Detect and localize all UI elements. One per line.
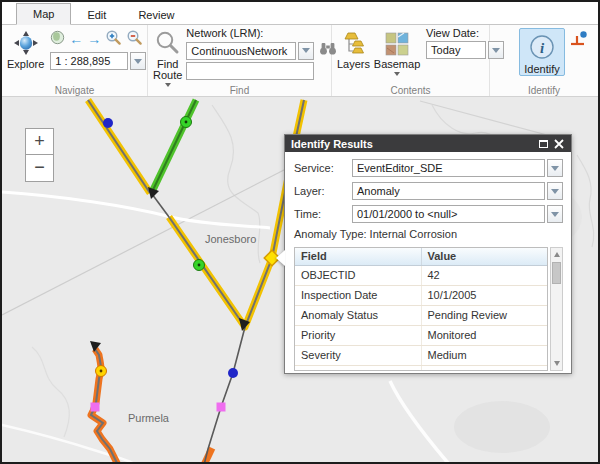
ribbon-tab-bar: Map Edit Review — [2, 2, 598, 25]
network-value[interactable]: ContinuousNetwork — [186, 42, 296, 60]
panel-callout-pointer — [276, 250, 285, 266]
marker-pink-square[interactable] — [217, 403, 226, 412]
panel-body: Service: EventEditor_SDE Layer: Anomaly … — [285, 152, 571, 371]
layer-label: Layer: — [294, 185, 352, 197]
group-contents: Layers Basemap View Date: — [332, 25, 490, 96]
map-scale-value[interactable]: 1 : 288,895 — [50, 52, 128, 70]
identify-route-location-icon[interactable] — [569, 31, 588, 52]
explore-button[interactable]: Explore — [5, 27, 46, 70]
group-identify: i Identify Identify — [490, 25, 598, 96]
triangle-up-icon — [554, 252, 560, 257]
marker-blue-dot[interactable] — [228, 368, 238, 378]
marker-green-dot[interactable] — [181, 117, 192, 128]
scroll-up-button[interactable] — [551, 248, 562, 261]
route-orange[interactable] — [91, 349, 212, 462]
identify-results-panel: Identify Results Service: EventEditor_SD… — [284, 134, 572, 374]
map-zoom-in-button[interactable]: + — [25, 128, 54, 155]
service-value[interactable]: EventEditor_SDE — [352, 159, 545, 177]
triangle-down-icon — [554, 361, 560, 366]
green-route-centerline — [152, 100, 196, 192]
map-scale-combobox[interactable]: 1 : 288,895 — [50, 52, 146, 70]
route-id-input[interactable] — [186, 62, 314, 80]
attributes-table: Field Value OBJECTID 42 Inspection Date … — [294, 247, 548, 371]
table-row[interactable]: OBJECTID 42 — [295, 266, 547, 286]
anomaly-type-text: Anomaly Type: Internal Corrosion — [294, 228, 563, 240]
find-route-search-icon — [155, 30, 181, 58]
layer-value[interactable]: Anomaly — [352, 182, 545, 200]
group-label-find: Find — [148, 85, 331, 96]
attributes-table-wrap: Field Value OBJECTID 42 Inspection Date … — [294, 247, 563, 371]
layers-button[interactable]: Layers — [335, 29, 372, 70]
table-row[interactable]: Inspection Date 10/1/2005 — [295, 286, 547, 306]
identify-button[interactable]: i Identify — [519, 28, 565, 76]
map-zoom-out-button[interactable]: − — [25, 155, 54, 182]
marker-blue-dot[interactable] — [103, 118, 113, 128]
network-combobox[interactable]: ContinuousNetwork — [186, 42, 314, 60]
group-label-navigate: Navigate — [2, 85, 147, 96]
basemap-button[interactable]: Basemap — [372, 29, 422, 76]
maximize-icon[interactable] — [536, 136, 551, 151]
view-date-value[interactable]: Today — [426, 41, 486, 59]
table-scrollbar[interactable] — [550, 247, 563, 371]
map-zoom-control: + − — [25, 128, 54, 182]
tab-edit[interactable]: Edit — [71, 5, 122, 25]
service-combobox[interactable]: EventEditor_SDE — [352, 159, 563, 177]
column-header-field[interactable]: Field — [295, 248, 422, 265]
marker-pink-square[interactable] — [91, 403, 100, 412]
explore-icon — [13, 30, 39, 58]
chevron-down-icon — [551, 189, 559, 194]
chevron-down-icon — [551, 166, 559, 171]
group-label-identify: Identify — [490, 85, 598, 96]
network-lrm-label: Network (LRM): — [186, 27, 337, 40]
basemap-dropdown-caret-icon[interactable] — [394, 72, 400, 76]
time-label: Time: — [294, 208, 352, 220]
map-label-jonesboro: Jonesboro — [205, 233, 256, 245]
service-dropdown-button[interactable] — [547, 159, 563, 177]
group-navigate: Explore ← → — [2, 25, 148, 96]
ribbon: Explore ← → — [2, 25, 598, 97]
find-route-button[interactable]: Find Route — [151, 27, 184, 87]
layers-icon — [341, 32, 367, 58]
table-row[interactable]: Date Closed <null> — [295, 366, 547, 371]
marker-yellow-circle[interactable] — [96, 366, 107, 377]
layer-dropdown-button[interactable] — [547, 182, 563, 200]
scrollbar-thumb[interactable] — [552, 262, 561, 284]
chevron-down-icon — [551, 212, 559, 217]
map-canvas[interactable]: Jonesboro Purmela + − Identify Results S… — [2, 97, 598, 462]
panel-title-bar[interactable]: Identify Results — [285, 135, 571, 152]
close-icon[interactable] — [551, 136, 566, 151]
identify-icon: i — [528, 33, 556, 63]
route-yellow[interactable] — [88, 100, 304, 327]
map-label-purmela: Purmela — [128, 412, 170, 424]
previous-extent-icon[interactable]: ← — [69, 32, 83, 46]
zoom-out-icon[interactable] — [126, 29, 143, 50]
panel-title: Identify Results — [291, 138, 536, 150]
next-extent-icon[interactable]: → — [87, 32, 101, 46]
column-header-value[interactable]: Value — [422, 248, 548, 265]
table-row[interactable]: Anomaly Status Pending Review — [295, 306, 547, 326]
basemap-icon — [385, 32, 409, 58]
tab-map[interactable]: Map — [16, 3, 71, 25]
group-find: Find Route Network (LRM): ContinuousNetw… — [148, 25, 332, 96]
table-header-row: Field Value — [295, 248, 547, 266]
chevron-down-icon — [134, 59, 142, 64]
tab-review[interactable]: Review — [122, 5, 190, 25]
time-combobox[interactable]: 01/01/2000 to <null> — [352, 205, 563, 223]
zoom-in-icon[interactable] — [105, 29, 122, 50]
network-dropdown-button[interactable] — [298, 42, 314, 60]
table-row[interactable]: Severity Medium — [295, 346, 547, 366]
table-row[interactable]: Priority Monitored — [295, 326, 547, 346]
scroll-down-button[interactable] — [551, 357, 562, 370]
layer-combobox[interactable]: Anomaly — [352, 182, 563, 200]
event-editor-window: Map Edit Review — [0, 0, 600, 464]
full-extent-globe-icon[interactable] — [50, 30, 65, 49]
service-label: Service: — [294, 162, 352, 174]
marker-green-dot[interactable] — [194, 260, 205, 271]
map-scale-dropdown-button[interactable] — [130, 52, 146, 70]
time-value[interactable]: 01/01/2000 to <null> — [352, 205, 545, 223]
chevron-down-icon — [302, 48, 310, 53]
time-dropdown-button[interactable] — [547, 205, 563, 223]
group-label-contents: Contents — [332, 85, 489, 96]
